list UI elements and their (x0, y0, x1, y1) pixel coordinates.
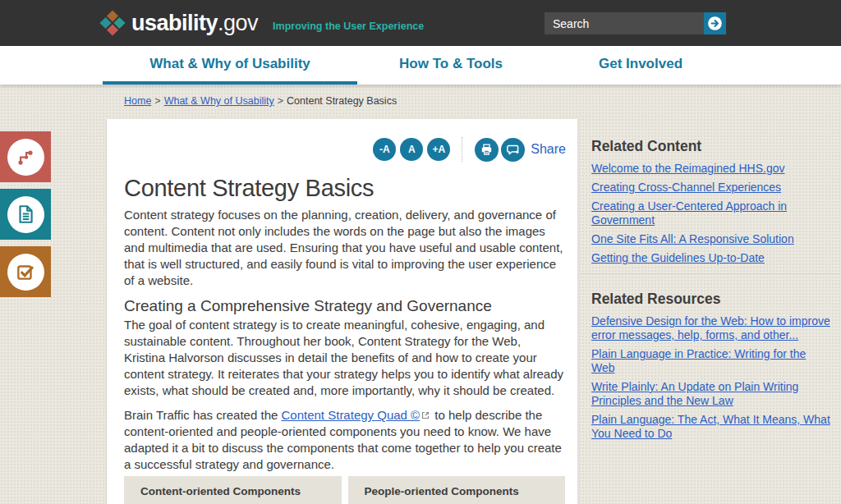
related-resources-heading: Related Resources (591, 291, 831, 308)
content-strategy-quad-link[interactable]: Content Strategy Quad © (282, 408, 420, 422)
related-sidebar: Related Content Welcome to the Reimagine… (591, 138, 831, 446)
search-input[interactable] (545, 12, 704, 34)
side-tool-rail (0, 131, 51, 304)
section-heading: Creating a Comprehensive Strategy and Go… (124, 297, 560, 315)
nav-tab-what-why[interactable]: What & Why of Usability (103, 46, 357, 85)
related-resource-link[interactable]: Plain Language in Practice: Writing for … (591, 347, 831, 375)
breadcrumb-current-page: Content Strategy Basics (287, 95, 397, 107)
related-content-link[interactable]: One Site Fits All: A Responsive Solution (591, 232, 831, 246)
printer-icon (480, 143, 494, 157)
related-content-heading: Related Content (591, 138, 831, 155)
nav-tab-get-involved[interactable]: Get Involved (545, 46, 737, 85)
quad-paragraph: Brain Traffic has created the Content St… (124, 407, 565, 473)
site-logo[interactable]: usability.gov Improving the User Experie… (103, 12, 424, 34)
related-resource-link[interactable]: Plain Language: The Act, What It Means, … (591, 413, 831, 441)
nav-tab-how-to-tools[interactable]: How To & Tools (357, 46, 545, 85)
arrow-right-circle-icon (706, 15, 724, 32)
sitemap-icon (7, 139, 44, 176)
breadcrumb: Home>What & Why of Usability>Content Str… (124, 95, 841, 107)
font-decrease-button[interactable]: -A (373, 138, 396, 161)
components-table: Content-oriented Components People-orien… (124, 476, 565, 504)
related-content-link[interactable]: Creating a User-Centered Approach in Gov… (591, 199, 831, 227)
search-bar (545, 12, 726, 34)
site-title: usability.gov (131, 12, 258, 34)
table-header-row: Content-oriented Components People-orien… (124, 476, 565, 504)
page-title: Content Strategy Basics (124, 175, 560, 202)
font-increase-button[interactable]: +A (427, 138, 450, 161)
site-header: usability.gov Improving the User Experie… (0, 0, 841, 46)
search-submit-button[interactable] (704, 12, 726, 34)
breadcrumb-separator: > (278, 95, 283, 107)
sitemap-tool-button[interactable] (0, 131, 51, 182)
section-paragraph: The goal of content strategy is to creat… (124, 317, 565, 399)
article-toolbar: -A A +A Share (107, 119, 577, 162)
document-tool-button[interactable] (0, 189, 51, 240)
share-label[interactable]: Share (531, 142, 566, 157)
site-tagline: Improving the User Experience (273, 21, 424, 32)
intro-paragraph: Content strategy focuses on the planning… (124, 207, 565, 289)
document-icon (7, 196, 44, 233)
font-default-button[interactable]: A (400, 138, 423, 161)
table-header-people-oriented: People-oriented Components (348, 476, 566, 504)
breadcrumb-home-link[interactable]: Home (124, 95, 151, 107)
share-button[interactable] (501, 138, 525, 162)
share-bubble-icon (506, 142, 521, 157)
breadcrumb-separator: > (154, 95, 160, 107)
article-panel: -A A +A Share Content Strategy Basics Co… (107, 119, 577, 504)
related-resource-link[interactable]: Write Plainly: An Update on Plain Writin… (591, 380, 831, 408)
checkbox-icon (7, 254, 44, 291)
checklist-tool-button[interactable] (0, 246, 51, 297)
toolbar-divider (462, 137, 462, 162)
primary-nav: What & Why of Usability How To & Tools G… (0, 46, 841, 85)
page: usability.gov Improving the User Experie… (0, 0, 841, 504)
related-content-link[interactable]: Creating Cross-Channel Experiences (591, 181, 831, 195)
related-content-link[interactable]: Getting the Guidelines Up-to-Date (591, 251, 831, 265)
diamond-logo-icon (99, 10, 125, 35)
sidebar-divider (579, 273, 840, 274)
print-button[interactable] (475, 138, 499, 162)
breadcrumb-section-link[interactable]: What & Why of Usability (164, 95, 274, 107)
quad-text-before: Brain Traffic has created the (124, 408, 282, 422)
table-header-content-oriented: Content-oriented Components (124, 476, 342, 504)
related-content-link[interactable]: Welcome to the Reimagined HHS.gov (591, 162, 831, 176)
related-resource-link[interactable]: Defensive Design for the Web: How to imp… (591, 314, 831, 342)
external-link-icon (421, 407, 430, 424)
